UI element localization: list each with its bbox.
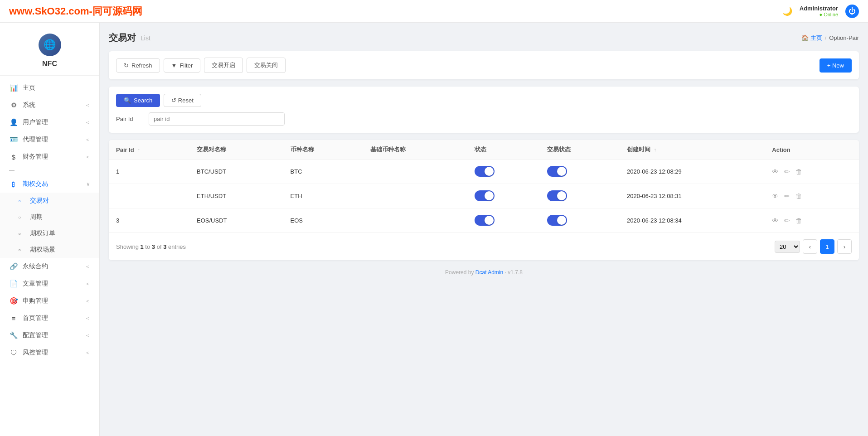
page-1-button[interactable]: 1 (820, 239, 834, 254)
sidebar-item-users[interactable]: 👤 用户管理 ＜ (0, 114, 99, 131)
trade-toggle[interactable] (547, 190, 567, 201)
agent-icon: 🪪 (9, 136, 18, 144)
delete-icon[interactable]: 🗑 (795, 192, 802, 200)
home-icon: 📊 (9, 84, 18, 92)
breadcrumb-separator: / (825, 34, 827, 41)
breadcrumb-home[interactable]: 🏠 主页 (801, 34, 822, 42)
submenu-item-scene[interactable]: ○ 期权场景 (0, 242, 99, 258)
chevron-right-icon: ＜ (85, 102, 90, 109)
page-size-select[interactable]: 20 50 100 (775, 241, 800, 253)
moon-icon[interactable]: 🌙 (782, 6, 792, 16)
edit-icon[interactable]: ✏ (784, 168, 790, 176)
search-button[interactable]: 🔍 Search (116, 94, 160, 107)
sidebar-item-finance[interactable]: $ 财务管理 ＜ (0, 148, 99, 165)
next-page-button[interactable]: › (837, 239, 852, 254)
submenu-item-orders[interactable]: ○ 期权订单 (0, 225, 99, 242)
cell-created-at: 2020-06-23 12:08:29 (620, 160, 765, 184)
submenu-item-period[interactable]: ○ 周期 (0, 209, 99, 225)
sidebar-item-home[interactable]: 📊 主页 (0, 79, 99, 97)
cell-pair-id (109, 184, 189, 208)
sidebar-item-homepage[interactable]: ≡ 首页管理 ＜ (0, 310, 99, 327)
action-icons: 👁 ✏ 🗑 (772, 168, 852, 176)
cell-trade-status (540, 208, 620, 233)
chevron-right-icon: ＜ (85, 349, 90, 357)
edit-icon[interactable]: ✏ (784, 217, 790, 225)
circle-icon: ○ (18, 247, 25, 252)
logo-text: NFC (42, 60, 57, 68)
page-title: 交易对 List (109, 32, 150, 44)
view-icon[interactable]: 👁 (772, 217, 779, 224)
filter-row: Pair Id (116, 112, 852, 126)
refresh-icon: ↻ (124, 62, 129, 69)
finance-icon: $ (9, 153, 18, 161)
chevron-right-icon: ＜ (85, 280, 90, 288)
edit-icon[interactable]: ✏ (784, 192, 790, 200)
trade-open-button[interactable]: 交易开启 (204, 58, 243, 73)
col-status: 状态 (467, 140, 539, 160)
cell-pair-id: 3 (109, 208, 189, 233)
submenu-item-trading-pair[interactable]: ○ 交易对 (0, 193, 99, 209)
article-icon: 📄 (9, 280, 18, 288)
power-button[interactable]: ⏻ (845, 5, 859, 18)
reset-button[interactable]: ↺ Reset (164, 94, 201, 107)
sidebar-item-agents[interactable]: 🪪 代理管理 ＜ (0, 131, 99, 148)
sidebar-item-perpetual[interactable]: 🔗 永续合约 ＜ (0, 258, 99, 275)
pagination-info: Showing 1 to 3 of 3 entries (116, 243, 186, 250)
trade-close-button[interactable]: 交易关闭 (247, 58, 286, 73)
cell-action: 👁 ✏ 🗑 (765, 184, 859, 208)
status-toggle[interactable] (475, 166, 495, 177)
delete-icon[interactable]: 🗑 (795, 168, 802, 175)
col-action: Action (765, 140, 859, 160)
trade-toggle[interactable] (547, 215, 567, 226)
toggle-knob (485, 167, 494, 176)
refresh-button[interactable]: ↻ Refresh (116, 58, 160, 73)
pagination: Showing 1 to 3 of 3 entries 20 50 100 ‹ … (109, 233, 859, 260)
toolbar-left: ↻ Refresh ▼ Filter 交易开启 交易关闭 (116, 58, 286, 73)
view-icon[interactable]: 👁 (772, 192, 779, 200)
cell-coin-name: ETH (283, 184, 363, 208)
cell-trade-status (540, 160, 620, 184)
filter-actions: 🔍 Search ↺ Reset (116, 94, 852, 107)
logo-icon: 🌐 (39, 34, 61, 56)
trade-toggle[interactable] (547, 166, 567, 177)
table-row: 1 BTC/USDT BTC 2020-06-23 12:08:2 (109, 160, 859, 184)
circle-icon: ○ (18, 231, 25, 236)
sidebar-logo: 🌐 NFC (0, 23, 99, 76)
new-button[interactable]: + New (820, 58, 852, 73)
sort-icon: ↑ (137, 147, 140, 153)
online-status: ● Online (820, 12, 839, 17)
filter-icon: ▼ (171, 62, 177, 69)
page-header: 交易对 List 🏠 主页 / Option-Pair (109, 32, 859, 44)
chevron-right-icon: ＜ (85, 119, 90, 126)
homepage-icon: ≡ (9, 315, 18, 322)
action-icons: 👁 ✏ 🗑 (772, 192, 852, 200)
topbar: www.SkO32.com-同可源码网 🌙 Administrator ● On… (0, 0, 868, 23)
toolbar: ↻ Refresh ▼ Filter 交易开启 交易关闭 + New (109, 51, 859, 79)
footer-link[interactable]: Dcat Admin (475, 269, 503, 276)
status-toggle[interactable] (475, 190, 495, 201)
sidebar-item-config[interactable]: 🔧 配置管理 ＜ (0, 327, 99, 344)
filter-button[interactable]: ▼ Filter (164, 58, 201, 73)
col-pair-name: 交易对名称 (189, 140, 283, 160)
circle-icon: ○ (18, 215, 25, 220)
cell-base-coin (363, 208, 468, 233)
sidebar-item-risk[interactable]: 🛡 风控管理 ＜ (0, 344, 99, 361)
pair-id-input[interactable] (149, 112, 285, 126)
table-section: Pair Id ↑ 交易对名称 币种名称 基础币种名称 状态 (109, 140, 859, 260)
chevron-right-icon: › (844, 243, 845, 250)
sidebar-item-system[interactable]: ⚙ 系统 ＜ (0, 97, 99, 114)
sidebar-item-articles[interactable]: 📄 文章管理 ＜ (0, 275, 99, 292)
sidebar-item-subscription[interactable]: 🎯 申购管理 ＜ (0, 292, 99, 310)
filter-section: 🔍 Search ↺ Reset Pair Id (109, 87, 859, 133)
view-icon[interactable]: 👁 (772, 168, 779, 175)
chevron-left-icon: ‹ (809, 243, 811, 250)
prev-page-button[interactable]: ‹ (803, 239, 817, 254)
sidebar-item-options[interactable]: ₿ 期权交易 ∨ (0, 175, 99, 193)
delete-icon[interactable]: 🗑 (795, 217, 802, 224)
cell-base-coin (363, 184, 468, 208)
toggle-knob (485, 191, 494, 200)
sidebar-menu: 📊 主页 ⚙ 系统 ＜ 👤 用户管理 ＜ 🪪 代理管理 ＜ $ 财务管理 ＜ — (0, 76, 99, 436)
status-toggle[interactable] (475, 215, 495, 226)
toggle-knob (557, 216, 566, 225)
cell-action: 👁 ✏ 🗑 (765, 208, 859, 233)
